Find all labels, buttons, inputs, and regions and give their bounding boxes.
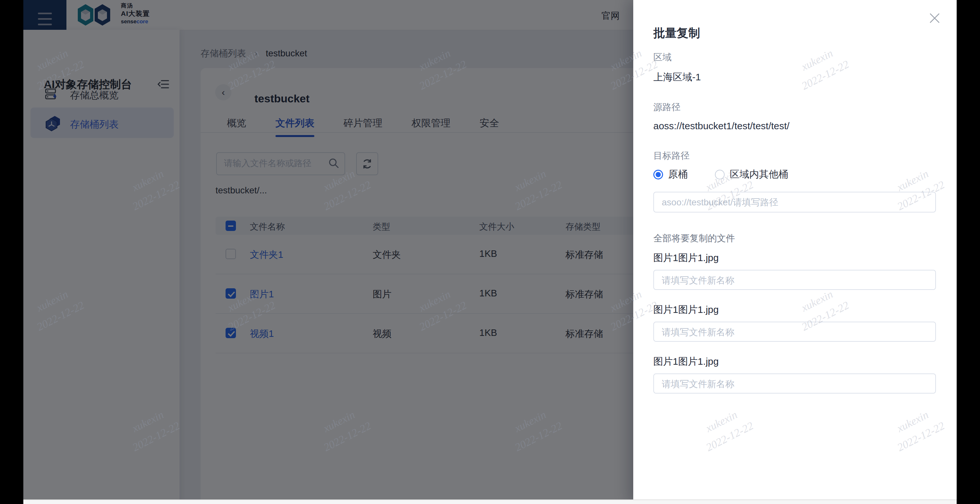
target-path-field xyxy=(653,192,936,213)
source-path-label: 源路径 xyxy=(653,101,681,113)
letterbox-right xyxy=(957,0,980,504)
radio-label[interactable]: 区域内其他桶 xyxy=(730,168,788,181)
new-name-field xyxy=(653,322,936,342)
new-name-field xyxy=(653,270,936,290)
drawer-title: 批量复制 xyxy=(653,25,700,41)
new-name-field xyxy=(653,374,936,394)
new-name-input[interactable] xyxy=(661,324,925,341)
target-path-label: 目标路径 xyxy=(653,149,690,162)
copy-file-name: 图片1图片1.jpg xyxy=(653,251,719,265)
letterbox-left xyxy=(0,0,23,504)
region-value: 上海区域-1 xyxy=(653,71,701,84)
copy-file-name: 图片1图片1.jpg xyxy=(653,303,719,316)
new-name-input[interactable] xyxy=(661,272,925,289)
source-path-value: aoss://testbucket1/test/test/test/ xyxy=(653,121,789,132)
horizontal-scrollbar[interactable] xyxy=(23,499,957,504)
copy-file-name: 图片1图片1.jpg xyxy=(653,355,719,368)
close-icon[interactable] xyxy=(928,11,942,25)
new-name-input[interactable] xyxy=(661,375,925,393)
radio-label[interactable]: 原桶 xyxy=(668,168,688,181)
target-path-input[interactable] xyxy=(661,194,925,211)
batch-copy-drawer: 批量复制 区域 上海区域-1 源路径 aoss://testbucket1/te… xyxy=(633,0,957,504)
radio-other-bucket[interactable] xyxy=(715,170,725,180)
radio-original-bucket[interactable] xyxy=(653,170,663,180)
target-radio-group: 原桶 区域内其他桶 xyxy=(653,168,788,181)
app-root: 商汤 AI大装置 sensecore 官网 AI对象存储控制台 存储总概 xyxy=(0,0,980,504)
files-to-copy-label: 全部将要复制的文件 xyxy=(653,232,735,245)
region-label: 区域 xyxy=(653,51,671,64)
